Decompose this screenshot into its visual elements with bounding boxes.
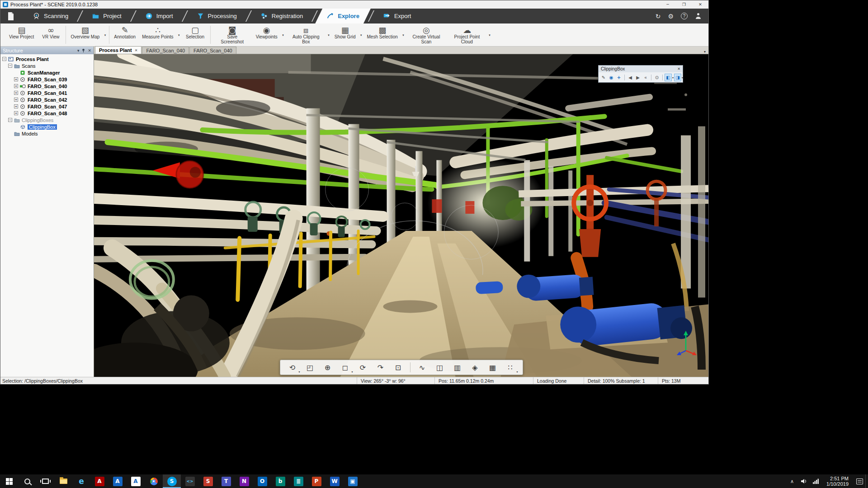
selection-grid-icon[interactable] xyxy=(485,361,501,374)
split-view-icon[interactable] xyxy=(432,361,448,374)
selection-button[interactable]: Selection xyxy=(182,23,209,46)
point-cloud-scene[interactable] xyxy=(94,54,708,377)
clipping-first-icon[interactable] xyxy=(642,74,649,81)
clipping-prev-icon[interactable] xyxy=(627,74,634,81)
dropdown-arrow-icon[interactable] xyxy=(402,33,404,37)
sync-icon[interactable] xyxy=(656,13,661,20)
show-desktop-button[interactable] xyxy=(865,474,868,488)
point-density-icon[interactable] xyxy=(502,361,519,374)
dropdown-arrow-icon[interactable] xyxy=(672,76,674,79)
collapse-icon[interactable] xyxy=(2,57,6,61)
tab-export[interactable]: Export xyxy=(372,9,423,23)
clipping-inside-toggle[interactable] xyxy=(665,74,672,81)
tree-item-clippingboxes[interactable]: ClippingBoxes xyxy=(0,117,94,123)
fly-mode-icon[interactable] xyxy=(414,361,430,374)
taskbar-icon-acrobat[interactable]: A xyxy=(90,474,108,488)
expand-icon[interactable] xyxy=(14,84,18,88)
tray-expand-icon[interactable] xyxy=(786,474,798,488)
histogram-icon[interactable] xyxy=(449,361,466,374)
expand-icon[interactable] xyxy=(14,77,18,81)
clippingbox-close-icon[interactable] xyxy=(677,67,680,71)
clipping-edit-icon[interactable] xyxy=(600,74,607,81)
tab-overflow-icon[interactable] xyxy=(701,50,708,54)
clipping-outside-toggle[interactable] xyxy=(674,74,681,81)
taskbar-icon-vs-code[interactable]: <> xyxy=(181,474,199,488)
tree-item-scan-047[interactable]: FARO_Scan_047 xyxy=(0,103,94,110)
account-icon[interactable] xyxy=(695,13,701,19)
collapse-icon[interactable] xyxy=(8,64,12,68)
maximize-button[interactable] xyxy=(676,0,692,9)
tree-item-clippingbox[interactable]: ClippingBox xyxy=(0,123,94,130)
action-center-icon[interactable] xyxy=(854,474,865,488)
taskbar-icon-onenote[interactable]: N xyxy=(235,474,253,488)
minimize-button[interactable] xyxy=(660,0,676,9)
tab-registration[interactable]: Registration xyxy=(249,9,314,23)
axis-triad[interactable] xyxy=(677,330,697,356)
viewport-tab-scan-040-b[interactable]: FARO_Scan_040 xyxy=(189,47,236,54)
walkthrough-icon[interactable] xyxy=(390,361,406,374)
taskbar-icon-app-blue-a[interactable]: A xyxy=(108,474,127,488)
dropdown-arrow-icon[interactable] xyxy=(178,33,180,37)
dropdown-arrow-icon[interactable] xyxy=(328,33,330,37)
tree-item-scan-042[interactable]: FARO_Scan_042 xyxy=(0,96,94,103)
clipping-visibility-icon[interactable] xyxy=(653,74,660,81)
taskbar-search-button[interactable] xyxy=(18,474,36,488)
tab-import[interactable]: Import xyxy=(134,9,184,23)
tab-explore[interactable]: Explore xyxy=(315,9,371,23)
task-view-button[interactable] xyxy=(36,474,54,488)
close-button[interactable] xyxy=(692,0,708,9)
project-point-cloud-button[interactable]: Project Point Cloud xyxy=(447,23,492,46)
expand-icon[interactable] xyxy=(14,104,18,108)
help-icon[interactable]: ? xyxy=(681,13,688,19)
expand-icon[interactable] xyxy=(14,91,18,95)
dropdown-arrow-icon[interactable] xyxy=(682,76,683,79)
tree-item-scan-040[interactable]: FARO_Scan_040 xyxy=(0,83,94,89)
pan-view-icon[interactable] xyxy=(302,361,318,374)
tree-item-scanmanager[interactable]: ScanManager xyxy=(0,69,94,76)
tree-item-process-plant[interactable]: Process Plant xyxy=(0,56,94,62)
tree-item-scan-039[interactable]: FARO_Scan_039 xyxy=(0,76,94,83)
dropdown-arrow-icon[interactable] xyxy=(360,33,362,37)
expand-icon[interactable] xyxy=(14,111,18,115)
viewpoints-button[interactable]: Viewpoints xyxy=(253,23,286,46)
mesh-selection-button[interactable]: Mesh Selection xyxy=(364,23,406,46)
taskbar-icon-teams[interactable]: T xyxy=(217,474,235,488)
overview-map-button[interactable]: Overview Map xyxy=(67,23,108,46)
view-cube-icon[interactable] xyxy=(337,361,354,374)
create-virtual-scan-button[interactable]: Create Virtual Scan xyxy=(406,23,447,46)
taskbar-icon-app-red-s[interactable]: S xyxy=(199,474,217,488)
zoom-icon[interactable] xyxy=(320,361,336,374)
clippingbox-panel-header[interactable]: ClippingBox xyxy=(599,66,683,72)
clipping-next-icon[interactable] xyxy=(634,74,642,81)
settings-gear-icon[interactable] xyxy=(668,13,674,20)
taskbar-icon-chrome[interactable] xyxy=(145,474,163,488)
vr-view-button[interactable]: VR View xyxy=(37,23,64,46)
tree-item-scans[interactable]: Scans xyxy=(0,62,94,69)
point-cloud-canvas[interactable]: ClippingBox xyxy=(94,54,708,377)
taskbar-icon-edge[interactable]: e xyxy=(72,474,90,488)
dropdown-arrow-icon[interactable] xyxy=(104,33,106,37)
view-project-button[interactable]: View Project xyxy=(6,23,37,46)
taskbar-icon-skype[interactable]: S xyxy=(163,474,181,488)
tree-item-scan-048[interactable]: FARO_Scan_048 xyxy=(0,110,94,117)
panel-close-icon[interactable] xyxy=(88,48,91,53)
network-icon[interactable] xyxy=(810,474,821,488)
expand-icon[interactable] xyxy=(14,98,18,102)
annotation-button[interactable]: Annotation xyxy=(111,23,139,46)
tree-item-scan-041[interactable]: FARO_Scan_041 xyxy=(0,89,94,96)
dropdown-arrow-icon[interactable] xyxy=(489,33,491,37)
clipping-sphere-icon[interactable] xyxy=(608,74,615,81)
taskbar-icon-bing[interactable]: b xyxy=(271,474,289,488)
orbit-icon[interactable] xyxy=(284,361,301,374)
taskbar-icon-powerpoint[interactable]: P xyxy=(307,474,326,488)
dropdown-arrow-icon[interactable] xyxy=(282,33,284,37)
viewport-tab-process-plant[interactable]: Process Plant xyxy=(95,46,142,54)
viewport-tab-scan-040-a[interactable]: FARO_Scan_040 xyxy=(142,47,189,54)
volume-icon[interactable] xyxy=(798,474,810,488)
tab-processing[interactable]: Processing xyxy=(185,9,248,23)
taskbar-icon-word[interactable]: W xyxy=(326,474,344,488)
taskbar-icon-photos[interactable]: ▣ xyxy=(344,474,362,488)
taskbar-clock[interactable]: 2:51 PM 1/10/2019 xyxy=(821,476,854,487)
tab-project[interactable]: Project xyxy=(80,9,132,23)
auto-clipping-box-button[interactable]: Auto Clipping Box xyxy=(286,23,331,46)
